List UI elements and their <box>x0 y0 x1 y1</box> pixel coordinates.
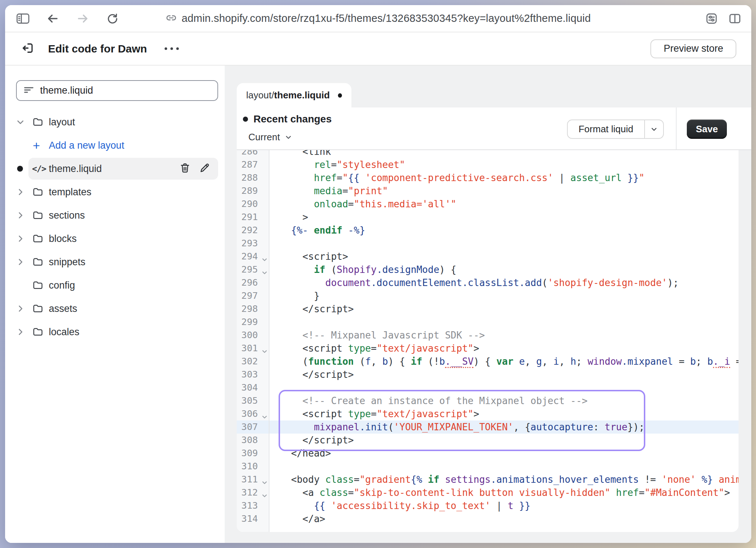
code-line-291[interactable]: > <box>269 211 739 224</box>
delete-file-icon[interactable] <box>180 163 190 175</box>
tab-theme-liquid[interactable]: layout/theme.liquid <box>237 83 351 107</box>
gutter-line-295: 295 <box>237 263 269 276</box>
code-line-309[interactable]: </head> <box>269 447 739 460</box>
code-line-288[interactable]: href="{{ 'component-predictive-search.cs… <box>269 171 739 184</box>
tree-item-layout[interactable]: layout <box>16 111 218 133</box>
code-line-314[interactable]: </a> <box>269 512 739 525</box>
code-line-307[interactable]: mixpanel.init('YOUR_MIXPANEL_TOKEN', {au… <box>269 420 739 434</box>
desktop-background: admin.shopify.com/store/rzq1xu-f5/themes… <box>0 0 756 548</box>
folder-icon <box>32 257 44 267</box>
tree-item-locales[interactable]: locales <box>16 321 218 343</box>
folder-icon <box>32 187 44 197</box>
url-text: admin.shopify.com/store/rzq1xu-f5/themes… <box>182 12 591 24</box>
code-editor-wrap: 2862872882892902912922932942952962972982… <box>237 150 751 543</box>
code-line-293[interactable] <box>269 237 739 250</box>
chevron-right-icon[interactable] <box>16 304 32 313</box>
tree-item-blocks[interactable]: blocks <box>16 228 218 250</box>
line-number-gutter: 2862872882892902912922932942952962972982… <box>237 150 269 532</box>
chevron-down-icon[interactable] <box>16 118 32 126</box>
code-line-287[interactable]: rel="stylesheet" <box>269 158 739 171</box>
more-actions-icon[interactable] <box>162 44 181 54</box>
chevron-right-icon[interactable] <box>16 258 32 266</box>
code-editor[interactable]: 2862872882892902912922932942952962972982… <box>237 150 739 532</box>
browser-toolbar: admin.shopify.com/store/rzq1xu-f5/themes… <box>5 5 751 32</box>
chevron-right-icon[interactable] <box>16 328 32 336</box>
rename-file-icon[interactable] <box>199 163 210 175</box>
tree-item-snippets[interactable]: snippets <box>16 251 218 273</box>
tree-item-templates[interactable]: templates <box>16 181 218 203</box>
recent-changes-label: Recent changes <box>253 113 332 125</box>
tab-file-name: theme.liquid <box>274 90 330 101</box>
file-search[interactable] <box>16 80 218 101</box>
code-line-296[interactable]: document.documentElement.classList.add('… <box>269 276 739 289</box>
gutter-line-306: 306 <box>237 407 269 420</box>
unsaved-file-dot <box>17 166 23 172</box>
tab-path-prefix: layout/ <box>246 90 274 101</box>
code-line-286[interactable]: <link <box>269 150 739 158</box>
gutter-line-297: 297 <box>237 289 269 302</box>
exit-editor-icon[interactable] <box>21 42 34 56</box>
format-liquid-menu-chevron[interactable] <box>644 120 663 138</box>
save-button[interactable]: Save <box>687 120 727 139</box>
code-line-313[interactable]: {{ 'accessibility.skip_to_text' | t }} <box>269 499 739 512</box>
version-dropdown-value: Current <box>248 132 280 143</box>
chevron-right-icon[interactable] <box>16 211 32 220</box>
file-status-slot <box>16 166 32 172</box>
gutter-line-300: 300 <box>237 329 269 342</box>
code-line-289[interactable]: media="print" <box>269 184 739 197</box>
address-bar[interactable]: admin.shopify.com/store/rzq1xu-f5/themes… <box>166 5 591 32</box>
code-line-297[interactable]: } <box>269 289 739 302</box>
forward-icon[interactable] <box>76 12 90 26</box>
folder-icon <box>32 303 49 314</box>
tree-item-sections[interactable]: sections <box>16 204 218 226</box>
tree-item-label: Add a new layout <box>49 140 124 151</box>
gutter-line-292: 292 <box>237 224 269 237</box>
code-line-302[interactable]: (function (f, b) { if (!b.__SV) { var e,… <box>269 355 739 368</box>
folder-icon <box>32 303 44 314</box>
chevron-right-icon[interactable] <box>16 234 32 243</box>
preview-store-button[interactable]: Preview store <box>650 39 736 58</box>
code-line-304[interactable] <box>269 381 739 394</box>
gutter-line-298: 298 <box>237 302 269 316</box>
reload-icon[interactable] <box>106 12 119 26</box>
code-line-298[interactable]: </script> <box>269 302 739 316</box>
split-view-icon[interactable] <box>728 12 742 26</box>
format-liquid-button[interactable]: Format liquid <box>567 120 664 139</box>
code-line-300[interactable]: <!-- Mixpanel Javascript SDK --> <box>269 329 739 342</box>
gutter-line-302: 302 <box>237 355 269 368</box>
tree-item-theme-liquid[interactable]: </>theme.liquid <box>16 158 218 180</box>
code-line-308[interactable]: </script> <box>269 434 739 447</box>
code-line-310[interactable] <box>269 460 739 473</box>
code-line-294[interactable]: <script> <box>269 250 739 263</box>
editor-header: Recent changes Current Format liquid Sav… <box>237 107 751 150</box>
add-new-layout-action[interactable]: +Add a new layout <box>16 134 218 156</box>
file-sidebar: layout+Add a new layout</>theme.liquidte… <box>5 66 225 543</box>
tree-item-config[interactable]: config <box>16 274 218 296</box>
code-area[interactable]: <link rel="stylesheet" href="{{ 'compone… <box>269 150 739 532</box>
back-icon[interactable] <box>46 12 60 26</box>
code-line-311[interactable]: <body class="gradient{% if settings.anim… <box>269 473 739 486</box>
code-line-306[interactable]: <script type="text/javascript"> <box>269 407 739 420</box>
gutter-line-303: 303 <box>237 368 269 381</box>
page-settings-icon[interactable] <box>705 12 718 26</box>
gutter-line-314: 314 <box>237 512 269 525</box>
code-line-290[interactable]: onload="this.media='all'" <box>269 197 739 211</box>
search-input[interactable] <box>40 85 211 96</box>
tree-item-label: blocks <box>49 233 77 244</box>
tree-item-label: assets <box>49 303 77 314</box>
fold-icon <box>261 257 268 263</box>
code-line-305[interactable]: <!-- Create an instance of the Mixpanel … <box>269 394 739 407</box>
tab-bar: layout/theme.liquid <box>237 66 751 107</box>
code-line-295[interactable]: if (Shopify.designMode) { <box>269 263 739 276</box>
tree-item-assets[interactable]: assets <box>16 298 218 320</box>
chevron-down-icon <box>650 125 658 133</box>
code-line-301[interactable]: <script type="text/javascript"> <box>269 342 739 355</box>
code-line-292[interactable]: {%- endif -%} <box>269 224 739 237</box>
sidebar-toggle-icon[interactable] <box>16 12 30 26</box>
code-line-312[interactable]: <a class="skip-to-content-link button vi… <box>269 486 739 499</box>
chevron-right-icon[interactable] <box>16 188 32 196</box>
version-dropdown[interactable]: Current <box>248 132 292 143</box>
code-line-299[interactable] <box>269 316 739 329</box>
gutter-line-288: 288 <box>237 171 269 184</box>
code-line-303[interactable]: </script> <box>269 368 739 381</box>
